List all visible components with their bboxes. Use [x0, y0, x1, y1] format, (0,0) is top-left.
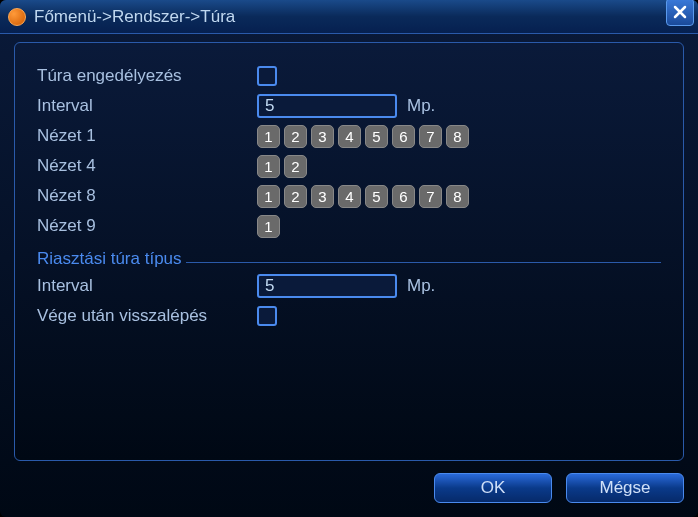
view-preset-button[interactable]: 4	[338, 185, 361, 208]
view-preset-button[interactable]: 1	[257, 185, 280, 208]
section-alarm-tour: Riasztási túra típus	[37, 241, 661, 271]
window-title: Főmenü->Rendszer->Túra	[34, 7, 235, 27]
app-icon	[8, 8, 26, 26]
close-button[interactable]	[666, 0, 694, 26]
checkbox-tour-enable[interactable]	[257, 66, 277, 86]
view-preset-button[interactable]: 3	[311, 185, 334, 208]
label-view-1: Nézet 1	[37, 126, 257, 146]
close-icon	[673, 5, 687, 19]
input-interval-2[interactable]	[257, 274, 397, 298]
dialog-window: Főmenü->Rendszer->Túra Túra engedélyezés…	[0, 0, 698, 517]
view-preset-button[interactable]: 4	[338, 125, 361, 148]
view-preset-button[interactable]: 7	[419, 185, 442, 208]
row-interval-1: Interval Mp.	[37, 91, 661, 121]
view-preset-button[interactable]: 3	[311, 125, 334, 148]
label-interval-1: Interval	[37, 96, 257, 116]
unit-interval-2: Mp.	[407, 276, 435, 296]
view-preset-button[interactable]: 1	[257, 215, 280, 238]
checkbox-return-after-end[interactable]	[257, 306, 277, 326]
section-title-text: Riasztási túra típus	[37, 249, 182, 269]
view-preset-button[interactable]: 8	[446, 125, 469, 148]
row-view-4: Nézet 4 12	[37, 151, 661, 181]
label-tour-enable: Túra engedélyezés	[37, 66, 257, 86]
view-preset-button[interactable]: 7	[419, 125, 442, 148]
input-interval-1[interactable]	[257, 94, 397, 118]
content-panel: Túra engedélyezés Interval Mp. Nézet 1 1…	[14, 42, 684, 461]
view-preset-button[interactable]: 1	[257, 155, 280, 178]
view-preset-button[interactable]: 2	[284, 185, 307, 208]
view9-buttons: 1	[257, 215, 280, 238]
row-interval-2: Interval Mp.	[37, 271, 661, 301]
label-view-9: Nézet 9	[37, 216, 257, 236]
footer: OK Mégse	[434, 473, 684, 503]
row-view-8: Nézet 8 12345678	[37, 181, 661, 211]
view1-buttons: 12345678	[257, 125, 469, 148]
unit-interval-1: Mp.	[407, 96, 435, 116]
view-preset-button[interactable]: 5	[365, 185, 388, 208]
view-preset-button[interactable]: 6	[392, 185, 415, 208]
label-interval-2: Interval	[37, 276, 257, 296]
cancel-button[interactable]: Mégse	[566, 473, 684, 503]
label-view-8: Nézet 8	[37, 186, 257, 206]
view-preset-button[interactable]: 5	[365, 125, 388, 148]
view8-buttons: 12345678	[257, 185, 469, 208]
label-return-after-end: Vége után visszalépés	[37, 306, 257, 326]
section-divider	[186, 262, 661, 263]
view-preset-button[interactable]: 8	[446, 185, 469, 208]
view-preset-button[interactable]: 2	[284, 155, 307, 178]
view-preset-button[interactable]: 2	[284, 125, 307, 148]
row-view-9: Nézet 9 1	[37, 211, 661, 241]
view-preset-button[interactable]: 6	[392, 125, 415, 148]
row-view-1: Nézet 1 12345678	[37, 121, 661, 151]
titlebar: Főmenü->Rendszer->Túra	[0, 0, 698, 34]
ok-button[interactable]: OK	[434, 473, 552, 503]
view4-buttons: 12	[257, 155, 307, 178]
row-tour-enable: Túra engedélyezés	[37, 61, 661, 91]
row-return-after-end: Vége után visszalépés	[37, 301, 661, 331]
view-preset-button[interactable]: 1	[257, 125, 280, 148]
label-view-4: Nézet 4	[37, 156, 257, 176]
